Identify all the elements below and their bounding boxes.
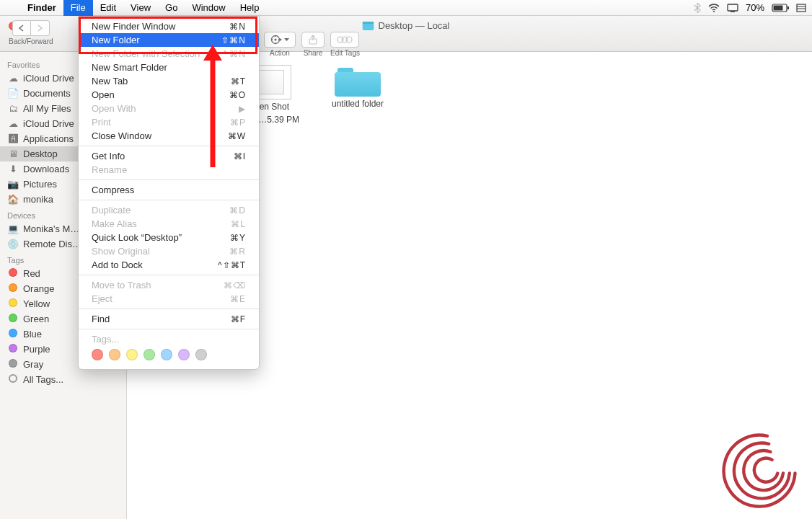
sidebar-item-label: Purple	[23, 344, 50, 355]
tag-dot-icon	[7, 283, 19, 294]
menu-item-find[interactable]: Find⌘F	[79, 312, 259, 326]
menu-tag-color[interactable]	[144, 349, 155, 360]
battery-icon[interactable]	[772, 4, 789, 12]
menu-item-label: Open With	[92, 103, 136, 114]
menubar-item-edit[interactable]: Edit	[93, 0, 123, 16]
bluetooth-icon[interactable]	[694, 3, 701, 13]
menu-item-shortcut: ⌘F	[231, 314, 246, 324]
menu-item-shortcut: ▶	[239, 104, 246, 114]
sidebar-item-label: Applications	[23, 133, 74, 144]
menu-item-new-tab[interactable]: New Tab⌘T	[79, 74, 259, 88]
menubar-left: Finder FileEditViewGoWindowHelp	[6, 0, 266, 16]
menu-item-make-alias: Make Alias⌘L	[79, 217, 259, 231]
menubar-item-file[interactable]: File	[63, 0, 93, 16]
menubar-item-go[interactable]: Go	[158, 0, 185, 16]
menubar-item-view[interactable]: View	[123, 0, 158, 16]
display-icon[interactable]	[727, 4, 738, 12]
menu-tag-color[interactable]	[178, 349, 190, 360]
menu-item-new-finder-window[interactable]: New Finder Window⌘N	[79, 19, 259, 33]
sidebar-item-label: Gray	[23, 359, 43, 370]
file-menu-dropdown: New Finder Window⌘NNew Folder⇧⌘NNew Fold…	[78, 16, 260, 370]
menu-separator	[79, 200, 259, 200]
menu-item-add-to-dock[interactable]: Add to Dock^⇧⌘T	[79, 258, 259, 272]
edit-tags-button[interactable]: Edit Tags	[330, 32, 360, 57]
menu-item-shortcut: ⌘⌫	[224, 280, 246, 290]
sidebar-item-label: Remote Dis…	[23, 239, 81, 249]
menu-item-label: New Tab	[92, 76, 128, 86]
menu-item-shortcut: ⌘O	[229, 90, 246, 100]
menu-separator	[79, 179, 259, 180]
menu-item-shortcut: ⌘Y	[230, 233, 246, 243]
menu-item-label: Find	[92, 314, 110, 324]
menu-item-label: Make Alias	[92, 218, 137, 229]
menu-separator	[79, 275, 259, 275]
laptop-icon: 💻	[7, 223, 19, 234]
folder-item[interactable]: untitled folder	[322, 65, 394, 110]
menu-item-label: Get Info	[92, 151, 125, 161]
menu-tag-color[interactable]	[126, 349, 138, 360]
menu-tag-color[interactable]	[161, 349, 172, 360]
menu-separator	[79, 146, 259, 146]
share-label: Share	[304, 49, 323, 57]
forward-button[interactable]	[31, 20, 50, 36]
menu-item-shortcut: ⌘D	[229, 205, 246, 216]
sidebar-item-all-tags-[interactable]: All Tags...	[0, 372, 126, 387]
sidebar-item-label: Downloads	[23, 164, 69, 174]
menu-item-show-original: Show Original⌘R	[79, 244, 259, 258]
menu-item-compress[interactable]: Compress	[79, 183, 259, 197]
svg-point-12	[275, 39, 277, 41]
menu-item-get-info[interactable]: Get Info⌘I	[79, 149, 259, 163]
sidebar-item-label: Yellow	[23, 298, 50, 309]
menubar-item-window[interactable]: Window	[185, 0, 232, 16]
menu-item-shortcut: ⌘E	[230, 294, 246, 304]
back-button[interactable]	[12, 20, 31, 36]
file-name: untitled folder	[332, 99, 384, 110]
menu-item-shortcut: ⌘T	[231, 76, 246, 86]
disc-icon: 💿	[7, 239, 19, 249]
menu-tag-color[interactable]	[195, 349, 207, 360]
menu-item-label: Close Window	[92, 130, 151, 141]
menu-item-close-window[interactable]: Close Window⌘W	[79, 129, 259, 143]
tag-dot-icon	[7, 329, 19, 340]
doc-icon: 📄	[7, 88, 19, 99]
sidebar-item-label: iCloud Drive	[23, 118, 74, 129]
menu-tag-color[interactable]	[109, 349, 120, 360]
menu-item-shortcut: ⌘P	[230, 117, 246, 128]
sidebar-item-label: All Tags...	[23, 374, 63, 385]
sidebar-item-label: monika	[23, 194, 53, 205]
app-icon: 🅰︎	[7, 133, 19, 144]
menu-item-quick-look-desktop-[interactable]: Quick Look “Desktop”⌘Y	[79, 231, 259, 244]
menu-tag-color[interactable]	[92, 349, 103, 360]
menu-item-label: New Smart Folder	[92, 62, 167, 73]
menubar-right: 70%	[694, 2, 806, 13]
tag-dot-icon	[7, 268, 19, 279]
menu-item-label: Open	[92, 89, 115, 100]
menu-item-shortcut: ⌃⌘N	[221, 49, 246, 59]
action-label: Action	[270, 49, 290, 57]
app-menu[interactable]: Finder	[20, 0, 63, 16]
svg-rect-1	[728, 4, 738, 11]
menu-item-new-smart-folder[interactable]: New Smart Folder	[79, 61, 259, 74]
menu-item-new-folder-with-selection: New Folder with Selection⌃⌘N	[79, 47, 259, 61]
action-button[interactable]: Action	[264, 32, 296, 57]
sidebar-item-label: Monika's M…	[23, 223, 79, 234]
menubar-item-help[interactable]: Help	[233, 0, 267, 16]
menu-extras-icon[interactable]	[796, 4, 806, 12]
menu-item-label: Add to Dock	[92, 260, 143, 270]
sidebar-item-label: Orange	[23, 283, 54, 294]
apple-menu[interactable]	[6, 0, 20, 16]
menu-item-shortcut: ⌘R	[229, 247, 246, 257]
menu-item-new-folder[interactable]: New Folder⇧⌘N	[79, 33, 259, 47]
menu-item-shortcut: ⌘I	[234, 151, 246, 161]
menu-item-label: Move to Trash	[92, 280, 151, 290]
nav-label: Back/Forward	[9, 37, 53, 45]
svg-rect-4	[774, 5, 783, 10]
menu-tags-row[interactable]	[79, 346, 259, 366]
menu-item-tags-: Tags...	[79, 332, 259, 346]
tag-dot-icon	[7, 314, 19, 324]
menu-item-shortcut: ⌘W	[228, 131, 246, 141]
folder-icon	[335, 65, 381, 97]
share-button[interactable]: Share	[301, 32, 325, 57]
menu-item-open[interactable]: Open⌘O	[79, 88, 259, 102]
wifi-icon[interactable]	[708, 4, 720, 12]
